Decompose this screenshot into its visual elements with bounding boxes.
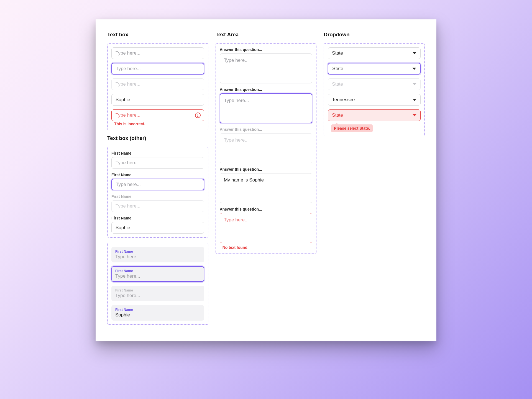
field-label: First Name: [111, 151, 204, 155]
floating-label: First Name: [115, 288, 200, 292]
chevron-down-icon: [413, 99, 416, 101]
textarea-focused[interactable]: Type here...: [220, 93, 313, 123]
field-label: First Name: [111, 216, 204, 220]
floating-label: First Name: [115, 308, 200, 312]
textbox-floating-disabled: First Name Type here...: [111, 286, 204, 301]
textbox-floating-variants-container: First Name Type here... First Name Type …: [107, 243, 208, 325]
dropdown-selected[interactable]: Tennessee: [328, 94, 421, 106]
section-title-textbox-other: Text box (other): [107, 135, 208, 141]
floating-value: Sophie: [115, 312, 200, 318]
dropdown-default[interactable]: State: [328, 47, 421, 59]
floating-label: First Name: [115, 250, 200, 254]
textbox-floating-filled[interactable]: First Name Sophie: [111, 305, 204, 321]
column-dropdown: Dropdown State State State Tennessee Sta…: [324, 32, 425, 136]
dropdown-error[interactable]: State: [328, 109, 421, 121]
textbox-floating-focused[interactable]: First Name Type here...: [111, 266, 204, 282]
textarea-default[interactable]: Type here...: [220, 53, 313, 83]
textbox-labeled-disabled-group: First Name: [111, 194, 204, 212]
floating-placeholder: Type here...: [115, 293, 200, 298]
dropdown-variants-container: State State State Tennessee State Ple: [324, 43, 425, 136]
textarea-error[interactable]: Type here...: [220, 213, 313, 243]
textbox-labeled-filled[interactable]: [111, 222, 204, 234]
section-title-textarea: Text Area: [216, 32, 317, 38]
textbox-focused[interactable]: [111, 63, 204, 75]
component-sheet-card: Text box This is incorrect. Text box (ot…: [96, 19, 436, 341]
dropdown-value: State: [332, 112, 343, 118]
textbox-labeled-filled-group: First Name: [111, 216, 204, 234]
textarea-filled-group: Answer this question... My name is Sophi…: [220, 167, 313, 203]
textarea-filled[interactable]: My name is Sophie: [220, 173, 313, 203]
dropdown-focused[interactable]: State: [328, 63, 421, 75]
alert-circle-icon: [195, 112, 201, 118]
dropdown-value: State: [332, 50, 343, 56]
chevron-down-icon: [413, 114, 416, 116]
textbox-error-message: This is incorrect.: [111, 121, 204, 126]
textbox-filled[interactable]: [111, 94, 204, 106]
floating-placeholder: Type here...: [115, 254, 200, 260]
chevron-down-icon: [413, 52, 416, 54]
textarea-focused-group: Answer this question... Type here...: [220, 87, 313, 123]
chevron-down-icon: [413, 83, 416, 85]
column-textbox: Text box This is incorrect. Text box (ot…: [107, 32, 208, 325]
textarea-error-group: Answer this question... Type here... No …: [220, 207, 313, 250]
dropdown-value: Tennessee: [332, 97, 355, 103]
dropdown-error-group: State Please select State.: [328, 109, 421, 132]
textarea-variants-container: Answer this question... Type here... Ans…: [216, 43, 317, 254]
textbox-error-group: This is incorrect.: [111, 109, 204, 126]
field-label: First Name: [111, 173, 204, 177]
field-label: First Name: [111, 194, 204, 199]
textbox-labeled-variants-container: First Name First Name First Name First N…: [107, 147, 208, 238]
textarea-default-group: Answer this question... Type here...: [220, 47, 313, 83]
textbox-labeled-disabled: [111, 200, 204, 212]
textbox-disabled: [111, 78, 204, 90]
dropdown-value: State: [332, 66, 343, 71]
svg-point-2: [198, 116, 198, 117]
textbox-floating-default[interactable]: First Name Type here...: [111, 247, 204, 262]
textbox-labeled-default[interactable]: [111, 157, 204, 169]
textbox-error[interactable]: [111, 109, 204, 121]
textarea-error-message: No text found.: [220, 245, 313, 250]
section-title-textbox: Text box: [107, 32, 208, 38]
textarea-disabled-group: Answer this question... Type here...: [220, 127, 313, 163]
textarea-label: Answer this question...: [220, 127, 313, 132]
textbox-labeled-focused-group: First Name: [111, 173, 204, 190]
textbox-default[interactable]: [111, 47, 204, 59]
textarea-label: Answer this question...: [220, 167, 313, 172]
dropdown-error-message: Please select State.: [331, 124, 373, 132]
textbox-variants-container: This is incorrect.: [107, 43, 208, 130]
textarea-label: Answer this question...: [220, 87, 313, 92]
textarea-disabled: Type here...: [220, 133, 313, 163]
textbox-labeled-focused[interactable]: [111, 179, 204, 190]
section-title-dropdown: Dropdown: [324, 32, 425, 38]
dropdown-disabled: State: [328, 78, 421, 90]
textarea-label: Answer this question...: [220, 47, 313, 52]
chevron-down-icon: [412, 68, 416, 70]
floating-placeholder: Type here...: [115, 273, 200, 279]
dropdown-value: State: [332, 81, 343, 87]
textarea-label: Answer this question...: [220, 207, 313, 211]
textbox-labeled-default-group: First Name: [111, 151, 204, 169]
floating-label: First Name: [115, 269, 200, 273]
column-textarea: Text Area Answer this question... Type h…: [216, 32, 317, 254]
